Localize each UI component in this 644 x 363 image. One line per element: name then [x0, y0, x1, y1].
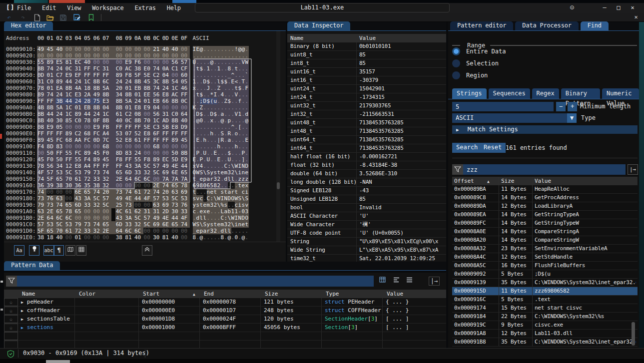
hex-byte[interactable]: 00 — [65, 46, 74, 52]
tab-find[interactable]: Find — [581, 21, 609, 30]
ascii-char[interactable]: . — [203, 59, 207, 65]
ascii-char[interactable]: . — [196, 208, 200, 215]
workspace-close-icon[interactable]: ✕ — [632, 13, 641, 22]
ascii-char[interactable]: . — [238, 104, 242, 111]
hex-byte[interactable]: C3 — [152, 124, 162, 130]
subtab-numeric-value[interactable]: Numeric Value — [602, 88, 639, 99]
ascii-char[interactable]: @ — [210, 59, 214, 65]
hex-byte[interactable]: 36 — [37, 182, 46, 189]
hex-byte[interactable]: 40 — [171, 234, 180, 241]
ascii-char[interactable]: ] — [242, 156, 245, 163]
hex-byte[interactable]: 24 — [134, 98, 143, 104]
ascii-char[interactable]: t — [235, 85, 238, 91]
hex-byte[interactable]: 6C — [134, 228, 143, 234]
hex-byte[interactable]: FF — [93, 72, 102, 78]
ascii-char[interactable]: . — [242, 117, 245, 124]
radio-button[interactable] — [452, 71, 460, 79]
hex-byte[interactable]: 5C — [152, 169, 162, 176]
hex-byte[interactable]: 8B — [124, 91, 134, 98]
ascii-char[interactable]: c — [200, 195, 203, 202]
hex-byte[interactable]: 00 — [74, 143, 83, 150]
ascii-char[interactable]: . — [224, 104, 228, 111]
hex-byte[interactable]: 45 — [143, 78, 153, 85]
ascii-char[interactable]: a — [228, 137, 231, 143]
hex-byte[interactable]: 00 — [124, 182, 134, 189]
inspector-row[interactable]: Signed LEB128-43 — [287, 187, 446, 195]
hex-byte[interactable]: F8 — [124, 72, 134, 78]
hex-byte[interactable]: 6C — [65, 215, 74, 221]
ascii-char[interactable]: . — [228, 78, 231, 85]
hex-byte[interactable]: 00 — [93, 208, 102, 215]
hex-byte[interactable]: 2E — [46, 208, 56, 215]
hex-byte[interactable]: 70 — [55, 228, 65, 234]
hex-byte[interactable]: 3A — [83, 195, 93, 202]
ascii-char[interactable]: h — [210, 130, 214, 137]
hex-byte[interactable]: 6E — [171, 169, 180, 176]
hex-byte[interactable]: 7C — [102, 137, 111, 143]
pattern-row[interactable]: ☆▶sections0x000010000x0000BFFF45056 byte… — [4, 324, 446, 332]
hex-byte[interactable]: 74 — [152, 189, 162, 195]
ascii-char[interactable]: S — [203, 221, 207, 228]
ascii-char[interactable]: O — [193, 169, 196, 176]
ascii-char[interactable]: . — [242, 65, 245, 72]
ascii-char[interactable]: . — [217, 52, 221, 59]
hex-byte[interactable]: 8B — [171, 117, 180, 124]
ascii-char[interactable]: 8 — [214, 182, 217, 189]
hex-byte[interactable]: 70 — [65, 176, 74, 182]
hex-byte[interactable]: 6D — [74, 202, 83, 208]
hex-byte[interactable]: 61 — [134, 137, 143, 143]
ascii-char[interactable]: 3 — [210, 202, 214, 208]
hex-byte[interactable]: 5C — [65, 169, 74, 176]
ascii-char[interactable]: m — [221, 221, 224, 228]
align-left-icon[interactable] — [392, 277, 401, 286]
hex-byte[interactable]: 00 — [74, 215, 83, 221]
ascii-char[interactable]: . — [193, 150, 196, 156]
ascii-char[interactable]: E — [231, 78, 235, 85]
ascii-char[interactable]: . — [238, 59, 242, 65]
ascii-char[interactable]: d — [224, 176, 228, 182]
ascii-char[interactable]: d — [245, 111, 249, 117]
hex-byte[interactable]: E8 — [162, 91, 171, 98]
ascii-char[interactable]: . — [217, 46, 221, 52]
hex-byte[interactable]: 52 — [115, 137, 125, 143]
ascii-char[interactable]: . — [217, 228, 221, 234]
hex-byte[interactable]: 53 — [46, 221, 56, 228]
ascii-char[interactable]: . — [193, 117, 196, 124]
ascii-char[interactable]: . — [224, 59, 228, 65]
ascii-char[interactable]: U — [207, 156, 210, 163]
hex-byte[interactable]: 24 — [134, 150, 143, 156]
ascii-char[interactable]: . — [231, 98, 235, 104]
hex-byte[interactable]: C0 — [46, 78, 56, 85]
results-col-value[interactable]: Value — [535, 177, 551, 185]
hex-byte[interactable]: 3A — [124, 215, 134, 221]
ascii-char[interactable]: . — [200, 189, 203, 195]
ascii-char[interactable]: 9 — [196, 182, 200, 189]
ascii-char[interactable]: . — [207, 215, 210, 221]
results-col-size[interactable]: Size — [501, 177, 515, 185]
hex-byte[interactable]: 1C — [171, 85, 180, 91]
hex-byte[interactable]: E3 — [102, 98, 111, 104]
ascii-char[interactable]: 1 — [217, 65, 221, 72]
hex-byte[interactable]: 78 — [180, 182, 190, 189]
hex-byte[interactable]: 00 — [162, 228, 171, 234]
hex-byte[interactable]: C2 — [124, 111, 134, 117]
ascii-char[interactable]: % — [221, 202, 224, 208]
maximize-button[interactable]: □ — [612, 3, 625, 13]
ascii-char[interactable]: . — [238, 117, 242, 124]
ascii-char[interactable]: . — [231, 156, 235, 163]
ascii-char[interactable]: . — [235, 124, 238, 130]
inspector-row[interactable]: String"U\x89\xE5\x81\xEC@\x00\x — [287, 238, 446, 246]
hex-byte[interactable]: 8B — [134, 117, 143, 124]
hex-byte[interactable]: 00 — [102, 215, 111, 221]
ascii-char[interactable]: @ — [238, 46, 242, 52]
hex-byte[interactable]: 7A — [180, 176, 190, 182]
hex-byte[interactable]: 40 — [55, 234, 65, 241]
hex-byte[interactable]: 00 — [65, 124, 74, 130]
ascii-char[interactable]: E — [196, 46, 200, 52]
inspector-row[interactable]: Unsigned LEB12885 — [287, 195, 446, 204]
hex-byte[interactable]: 44 — [65, 98, 74, 104]
hex-byte[interactable]: E8 — [124, 137, 134, 143]
hex-byte[interactable]: 61 — [65, 228, 74, 234]
ascii-char[interactable]: . — [214, 234, 217, 241]
ascii-char[interactable]: s — [221, 189, 224, 195]
